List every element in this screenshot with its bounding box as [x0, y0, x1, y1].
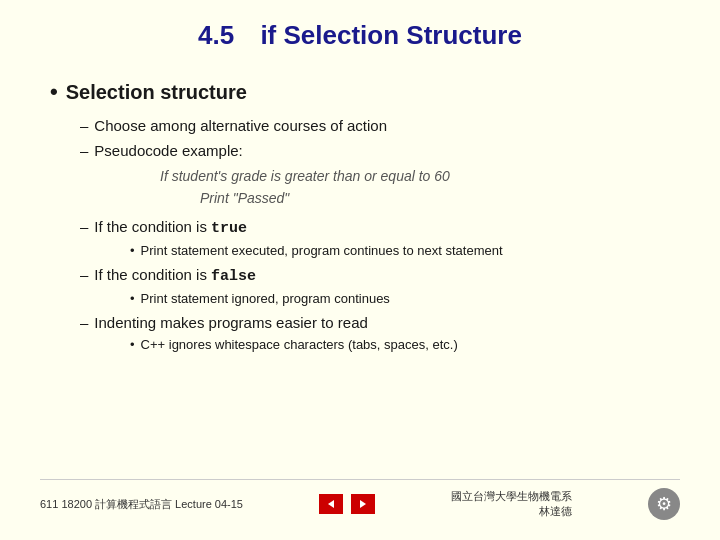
sub-item-choose: Choose among alternative courses of acti… — [80, 117, 680, 134]
title-text: if Selection Structure — [239, 20, 522, 50]
sub-item-pseudocode: Pseudocode example: If student's grade i… — [80, 142, 680, 210]
false-sub-bullet: Print statement ignored, program continu… — [130, 291, 680, 306]
slide: 4.5 if Selection Structure Selection str… — [0, 0, 720, 540]
footer-nav[interactable] — [319, 494, 375, 514]
pseudocode-line-2: Print "Passed" — [200, 187, 680, 209]
prev-arrow-icon — [328, 500, 334, 508]
nav-prev-button[interactable] — [319, 494, 343, 514]
content-area: Selection structure Choose among alterna… — [40, 79, 680, 479]
true-sub-bullet: Print statement executed, program contin… — [130, 243, 680, 258]
sub-item-if-false: If the condition is false Print statemen… — [80, 266, 680, 306]
main-bullet: Selection structure — [50, 79, 680, 105]
footer-left-text: 611 18200 計算機程式語言 Lecture 04-15 — [40, 497, 243, 512]
gear-icon: ⚙ — [648, 488, 680, 520]
indenting-sub-bullet: C++ ignores whitespace characters (tabs,… — [130, 337, 680, 352]
sub-item-indenting: Indenting makes programs easier to read … — [80, 314, 680, 352]
footer-right-text: 國立台灣大學生物機電系 林達德 — [451, 489, 572, 519]
footer: 611 18200 計算機程式語言 Lecture 04-15 國立台灣大學生物… — [40, 479, 680, 520]
pseudocode-block: If student's grade is greater than or eq… — [160, 165, 680, 210]
title-bar: 4.5 if Selection Structure — [40, 20, 680, 59]
sub-item-if-true: If the condition is true Print statement… — [80, 218, 680, 258]
pseudocode-line-1: If student's grade is greater than or eq… — [160, 165, 680, 187]
next-arrow-icon — [360, 500, 366, 508]
title-number: 4.5 — [198, 20, 234, 50]
nav-next-button[interactable] — [351, 494, 375, 514]
